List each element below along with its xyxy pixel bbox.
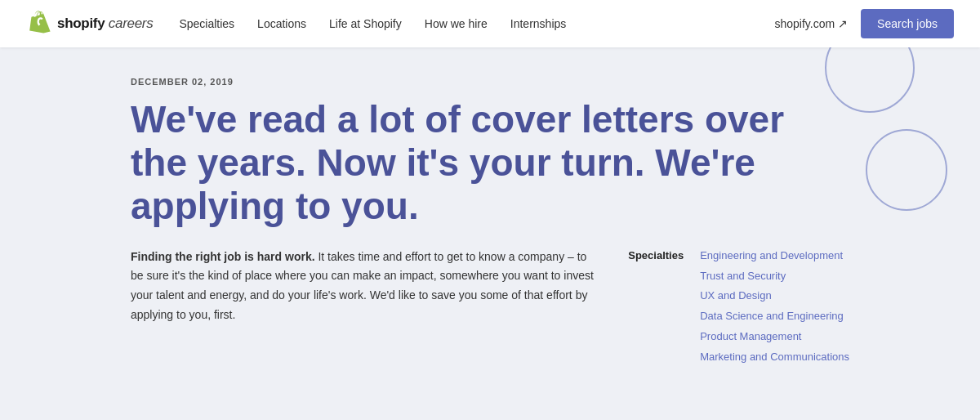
specialty-marketing-communications[interactable]: Marketing and Communications	[700, 351, 849, 364]
specialties-list: Engineering and Development Trust and Se…	[700, 249, 849, 364]
shopify-bag-icon	[26, 11, 52, 37]
hero-heading: We've read a lot of cover letters over t…	[131, 98, 800, 228]
specialty-engineering-development[interactable]: Engineering and Development	[700, 249, 849, 263]
nav-internships[interactable]: Internships	[510, 17, 566, 30]
search-jobs-button[interactable]: Search jobs	[861, 9, 954, 38]
article-date: DECEMBER 02, 2019	[131, 77, 849, 87]
nav-life-at-shopify[interactable]: Life at Shopify	[329, 17, 402, 30]
specialty-product-management[interactable]: Product Management	[700, 330, 849, 344]
body-section: Finding the right job is hard work. It t…	[131, 248, 849, 364]
specialties-sidebar: Specialties Engineering and Development …	[628, 248, 849, 364]
navbar-right: shopify.com ↗ Search jobs	[775, 9, 954, 38]
main-content: DECEMBER 02, 2019 We've read a lot of co…	[0, 47, 980, 420]
navbar: shopify careers Specialties Locations Li…	[0, 0, 980, 47]
logo-careers-text: careers	[109, 16, 154, 31]
nav-links: Specialties Locations Life at Shopify Ho…	[179, 17, 774, 30]
logo-shopify-text: shopify	[57, 16, 105, 31]
specialty-trust-security[interactable]: Trust and Security	[700, 270, 849, 284]
logo-link[interactable]: shopify careers	[26, 11, 153, 37]
decorative-circle-top	[825, 47, 915, 113]
body-text-strong: Finding the right job is hard work.	[131, 250, 315, 263]
specialty-data-science[interactable]: Data Science and Engineering	[700, 310, 849, 324]
nav-specialties[interactable]: Specialties	[179, 17, 234, 30]
nav-locations[interactable]: Locations	[257, 17, 306, 30]
body-text: Finding the right job is hard work. It t…	[131, 248, 595, 364]
specialties-label: Specialties	[628, 249, 684, 364]
decorative-circle-mid	[866, 129, 947, 211]
nav-how-we-hire[interactable]: How we hire	[425, 17, 488, 30]
shopify-com-link[interactable]: shopify.com ↗	[775, 17, 849, 30]
specialty-ux-design[interactable]: UX and Design	[700, 289, 849, 303]
